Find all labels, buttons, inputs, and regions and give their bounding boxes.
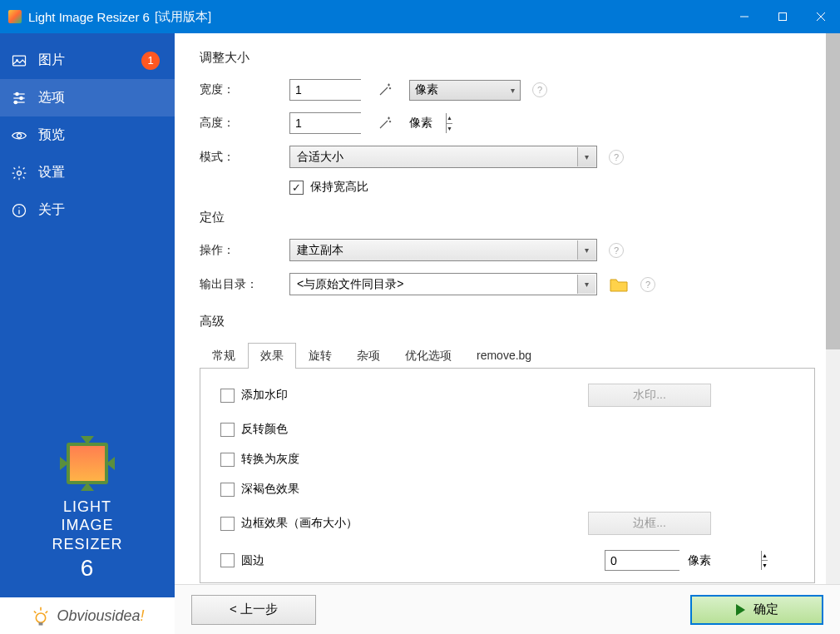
help-icon[interactable]: ? [640,277,655,292]
window-title-suffix: [试用版本] [155,9,211,25]
watermark-button[interactable]: 水印... [588,384,711,407]
tab-removebg[interactable]: remove.bg [464,343,544,369]
tab-effects[interactable]: 效果 [248,343,296,369]
content-area: 调整大小 宽度： ▲▼ 像素▾ ? 高度： ▲▼ [175,33,840,634]
tab-rotate[interactable]: 旋转 [296,343,344,369]
sliders-icon [10,89,28,107]
output-dir-label: 输出目录： [200,277,289,292]
bottom-bar: < 上一步 确定 [175,584,840,634]
images-count-badge: 1 [141,52,160,70]
svg-rect-21 [39,622,43,625]
sidebar-item-label: 选项 [38,89,65,106]
svg-point-11 [14,101,17,103]
width-label: 宽度： [200,82,289,97]
svg-line-19 [34,611,36,612]
close-button[interactable] [802,0,840,33]
height-unit-text: 像素 [409,116,432,131]
chevron-down-icon: ▾ [577,147,595,166]
rounded-spinner[interactable]: ▲▼ [605,550,679,571]
rounded-input[interactable] [605,551,761,570]
border-checkbox[interactable] [220,517,235,531]
lightbulb-icon [30,606,52,627]
border-button[interactable]: 边框... [588,512,711,535]
sidebar-item-images[interactable]: 图片 1 [0,42,175,79]
ok-button[interactable]: 确定 [690,595,823,625]
maximize-button[interactable] [763,0,802,33]
brand-footer[interactable]: Obviousidea! [0,597,175,634]
svg-rect-1 [779,13,787,21]
keep-ratio-label: 保持宽高比 [310,180,368,195]
svg-point-13 [17,171,22,175]
svg-line-20 [46,611,47,612]
width-spinner[interactable]: ▲▼ [289,79,361,101]
height-label: 高度： [200,116,289,131]
sidebar-item-options[interactable]: 选项 [0,79,175,116]
folder-icon[interactable] [609,276,629,293]
spin-up[interactable]: ▲ [762,551,768,561]
height-spinner[interactable]: ▲▼ [289,112,361,134]
sidebar-item-label: 预览 [38,126,65,144]
width-unit-select[interactable]: 像素▾ [409,80,521,101]
sidebar-item-preview[interactable]: 预览 [0,116,175,154]
app-logo: LIGHT IMAGE RESIZER 6 [0,438,175,598]
sidebar-item-about[interactable]: 关于 [0,191,175,229]
watermark-checkbox[interactable] [220,389,235,403]
sidebar-item-settings[interactable]: 设置 [0,154,175,191]
magic-wand-icon[interactable] [376,114,394,132]
chevron-down-icon: ▾ [577,240,595,260]
help-icon[interactable]: ? [609,243,624,258]
sidebar-item-label: 图片 [38,52,65,69]
spin-down[interactable]: ▼ [762,561,768,570]
image-icon [10,52,28,70]
grayscale-checkbox[interactable] [220,453,235,467]
svg-point-17 [37,612,46,622]
section-resize: 调整大小 [200,50,815,66]
magic-wand-icon[interactable] [376,81,394,99]
action-select[interactable]: 建立副本 ▾ [289,239,597,261]
svg-point-10 [20,97,22,99]
minimize-button[interactable] [725,0,763,33]
rounded-checkbox[interactable] [220,553,235,567]
tab-panel-effects: 添加水印 水印... 反转颜色 转换为灰度 深褐色效果 边框效果（画 [200,369,815,583]
app-icon [8,10,22,23]
window-title: Light Image Resizer 6 [28,10,150,24]
spin-down[interactable]: ▼ [447,124,452,134]
tab-general[interactable]: 常规 [200,343,248,369]
prev-button[interactable]: < 上一步 [191,595,316,625]
invert-checkbox[interactable] [220,423,235,437]
titlebar: Light Image Resizer 6 [试用版本] [0,0,840,33]
action-label: 操作： [200,243,289,258]
chevron-down-icon: ▾ [577,275,595,294]
advanced-tabs: 常规 效果 旋转 杂项 优化选项 remove.bg [200,343,815,369]
svg-point-16 [18,207,19,208]
spin-up[interactable]: ▲ [447,113,452,124]
mode-select[interactable]: 合适大小 ▾ [289,146,597,168]
section-positioning: 定位 [200,210,815,225]
info-icon [10,201,28,220]
eye-icon [10,126,28,145]
help-icon[interactable]: ? [532,82,547,97]
section-advanced: 高级 [200,314,815,329]
logo-graphic [62,438,113,489]
sidebar-item-label: 设置 [38,164,65,181]
output-dir-select[interactable]: <与原始文件同目录> ▾ [289,273,597,295]
mode-label: 模式： [200,150,289,165]
tab-optimize[interactable]: 优化选项 [393,343,464,369]
svg-point-9 [16,92,18,95]
tab-misc[interactable]: 杂项 [344,343,393,369]
rounded-unit: 像素 [688,553,711,568]
chevron-down-icon: ▾ [511,86,515,95]
scrollbar-thumb[interactable] [826,33,840,349]
sepia-checkbox[interactable] [220,483,235,497]
play-icon [736,604,745,616]
logo-text: LIGHT IMAGE RESIZER 6 [0,498,175,583]
svg-point-12 [17,133,22,137]
keep-ratio-checkbox[interactable]: ✓ [289,181,304,195]
sidebar-item-label: 关于 [38,201,65,219]
sidebar: 图片 1 选项 预览 设置 关于 [0,33,175,634]
help-icon[interactable]: ? [609,150,624,165]
gear-icon [10,164,28,182]
